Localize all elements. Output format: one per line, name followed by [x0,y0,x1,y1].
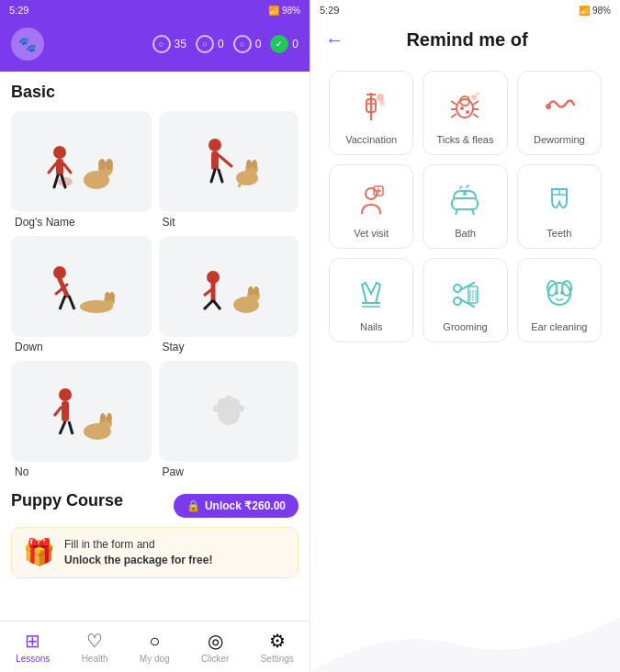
lesson-card-no[interactable] [11,361,152,462]
svg-point-71 [471,95,477,100]
ear-cleaning-label: Ear cleaning [531,321,587,332]
status-bar-left: 5:29 📶 98% [0,0,310,20]
lesson-card-stay[interactable] [159,236,299,337]
lesson-item-no[interactable]: No [11,361,152,478]
lesson-item-dogs-name[interactable]: Dog's Name [11,111,152,229]
remind-nails[interactable]: Nails [329,258,413,342]
nav-clicker[interactable]: ◎ Clicker [201,630,230,664]
svg-point-10 [106,159,113,170]
remind-bath[interactable]: Bath [423,164,507,249]
unlock-button[interactable]: 🔒 Unlock ₹260.00 [174,494,299,518]
svg-line-25 [69,296,74,309]
settings-label: Settings [261,654,294,664]
lesson-card-sit[interactable] [159,111,299,212]
remind-vaccination[interactable]: Vaccination [329,71,413,155]
svg-line-5 [54,175,58,187]
lesson-label-stay: Stay [159,341,299,353]
progress-circle-0: ○ [152,35,171,53]
vet-visit-label: Vet visit [354,228,389,239]
svg-point-98 [560,291,564,295]
svg-line-14 [211,170,215,182]
svg-line-13 [219,155,231,166]
remind-ticks-fleas[interactable]: Ticks & fleas [423,71,507,155]
svg-line-42 [60,421,65,434]
lesson-label-dogs-name: Dog's Name [11,216,152,229]
lesson-grid: Dog's Name [11,111,299,478]
nav-mydog[interactable]: ○ My dog [140,631,170,664]
avatar[interactable]: 🐾 [11,28,44,61]
svg-point-73 [546,104,551,109]
remind-grid: Vaccination Ti [310,56,620,357]
svg-line-41 [54,407,62,416]
deworming-icon [539,86,580,127]
svg-point-1 [53,146,66,159]
nav-lessons[interactable]: ⊞ Lessons [16,630,50,664]
remind-ear-cleaning[interactable]: Ear cleaning [517,258,602,342]
svg-point-29 [109,292,115,301]
down-illustration [39,250,122,323]
vaccination-icon [351,86,391,127]
status-icons-left: 📶 98% [268,6,300,16]
bottom-wave [310,608,620,672]
lessons-label: Lessons [16,654,50,664]
lesson-item-paw[interactable]: Paw [159,361,299,478]
svg-point-53 [237,405,244,412]
svg-point-81 [463,192,467,196]
lesson-item-sit[interactable]: Sit [159,111,299,229]
lesson-label-no: No [11,465,152,478]
grooming-label: Grooming [443,321,487,332]
promo-gift-icon: 🎁 [23,537,55,567]
ear-cleaning-icon [539,274,580,314]
svg-point-9 [98,159,106,170]
svg-point-62 [460,96,469,106]
progress-item-2: ○ 0 [233,35,262,53]
remind-vet-visit[interactable]: Vet visit [329,164,413,249]
lesson-card-paw[interactable] [159,361,299,462]
svg-point-69 [460,106,464,110]
settings-icon: ⚙ [269,630,286,652]
dogs-name-illustration [39,125,122,198]
progress-circle-1: ○ [196,35,214,53]
stay-illustration [187,250,270,323]
remind-title: Remind me of [351,29,605,50]
promo-card[interactable]: 🎁 Fill in the form and Unlock the packag… [11,527,299,578]
remind-grooming[interactable]: Grooming [423,258,507,342]
svg-point-61 [457,99,473,118]
vaccination-label: Vaccination [345,134,397,145]
lesson-card-dogs-name[interactable] [11,111,152,212]
puppy-course-header: Puppy Course 🔒 Unlock ₹260.00 [11,491,299,520]
ticks-fleas-icon [445,86,485,127]
ticks-fleas-label: Ticks & fleas [437,134,494,145]
progress-item-0: ○ 35 [152,35,186,53]
right-panel: 5:29 📶 98% ← Remind me of [310,0,620,672]
sit-illustration [187,125,270,198]
svg-point-59 [377,94,384,101]
status-icons-right: 📶 98% [579,6,611,16]
nav-health[interactable]: ♡ Health [82,630,108,664]
bottom-nav: ⊞ Lessons ♡ Health ○ My dog ◎ Clicker ⚙ … [0,621,310,672]
svg-rect-12 [211,151,219,170]
progress-item-3: ✓ 0 [270,35,299,53]
svg-point-46 [100,413,106,422]
nav-settings[interactable]: ⚙ Settings [261,630,294,664]
svg-point-60 [379,100,385,106]
progress-items: ○ 35 ○ 0 ○ 0 ✓ 0 [152,35,299,53]
svg-point-74 [366,188,377,199]
lessons-icon: ⊞ [25,630,40,652]
header-bar: 🐾 ○ 35 ○ 0 ○ 0 ✓ 0 [0,20,310,72]
svg-line-34 [213,300,220,309]
lesson-card-down[interactable] [11,236,152,337]
progress-circle-2: ○ [233,35,252,53]
remind-deworming[interactable]: Deworming [517,71,602,155]
svg-point-11 [209,139,221,151]
teeth-label: Teeth [547,228,571,239]
back-button[interactable]: ← [325,29,344,50]
lesson-item-stay[interactable]: Stay [159,236,299,353]
vet-visit-icon [351,180,391,220]
remind-teeth[interactable]: Teeth [517,164,602,249]
lesson-label-down: Down [11,341,152,353]
lesson-item-down[interactable]: Down [11,236,152,353]
svg-line-43 [69,421,73,434]
lesson-label-paw: Paw [159,465,299,478]
svg-line-33 [204,300,213,309]
